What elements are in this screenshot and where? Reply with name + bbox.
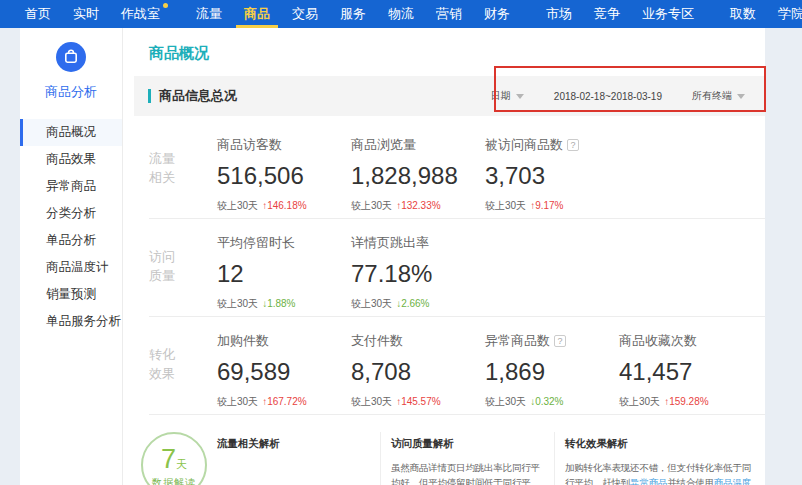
section-header: 商品信息总况 日期 2018-02-18~2018-03-19 所有终端 xyxy=(134,76,765,116)
nav-item-traffic[interactable]: 流量 xyxy=(185,0,233,28)
notification-dot xyxy=(163,3,168,8)
insight-title: 流量相关解析 xyxy=(217,437,370,451)
metric-value: 1,869 xyxy=(485,358,619,386)
metric-paid-items: 支付件数 8,708 较上30天↑145.57% xyxy=(351,332,485,409)
metric-visited-products: 被访问商品数? 3,703 较上30天↑9.17% xyxy=(485,136,619,213)
section-accent-bar xyxy=(148,89,151,103)
top-nav: 首页 实时 作战室 流量 商品 交易 服务 物流 营销 财务 市场 竞争 业务专… xyxy=(0,0,802,28)
metric-label: 支付件数 xyxy=(351,332,403,350)
chevron-down-icon xyxy=(737,94,745,99)
help-icon[interactable]: ? xyxy=(567,139,579,151)
nav-item-service[interactable]: 服务 xyxy=(329,0,377,28)
insight-text: 加购转化率表现还不错，但支付转化率低于同行平均，赶快到异常商品并结合使用商品温度… xyxy=(565,460,753,485)
nav-item-marketing[interactable]: 营销 xyxy=(425,0,473,28)
product-analytics-page: 首页 实时 作战室 流量 商品 交易 服务 物流 营销 财务 市场 竞争 业务专… xyxy=(0,0,802,485)
metric-label: 商品收藏次数 xyxy=(619,332,697,350)
help-icon[interactable]: ? xyxy=(554,335,566,347)
metrics-panel: 流量相关 商品访客数 516,506 较上30天↑146.18% 商品浏览量 1… xyxy=(149,121,765,415)
sidebar-menu: 商品概况 商品效果 异常商品 分类分析 单品分析 商品温度计 销量预测 单品服务… xyxy=(20,119,122,335)
nav-item-war-room-label: 作战室 xyxy=(121,6,160,21)
insight-title: 转化效果解析 xyxy=(565,437,753,451)
metric-value: 77.18% xyxy=(351,260,485,288)
sidebar-item-item-service-analysis[interactable]: 单品服务分析 xyxy=(20,308,122,335)
sidebar-item-product-thermometer[interactable]: 商品温度计 xyxy=(20,254,122,281)
metric-label: 平均停留时长 xyxy=(217,234,295,252)
sidebar-item-product-effect[interactable]: 商品效果 xyxy=(20,146,122,173)
date-range-value[interactable]: 2018-02-18~2018-03-19 xyxy=(554,91,662,102)
row-group-label: 访问质量 xyxy=(149,248,177,286)
metric-value: 69,589 xyxy=(217,358,351,386)
metric-detail-bounce-rate: 详情页跳出率 77.18% 较上30天↓2.66% xyxy=(351,234,485,311)
nav-item-academy[interactable]: 学院 xyxy=(767,0,802,28)
sidebar-item-item-analysis[interactable]: 单品分析 xyxy=(20,227,122,254)
metric-value: 516,506 xyxy=(217,162,351,190)
metric-label: 商品浏览量 xyxy=(351,136,416,154)
metric-delta: 较上30天↑167.72% xyxy=(217,395,351,409)
nav-item-business-zone[interactable]: 业务专区 xyxy=(631,0,705,28)
metric-value: 1,828,988 xyxy=(351,162,485,190)
metric-delta: 较上30天↑146.18% xyxy=(217,199,351,213)
metric-abnormal-products: 异常商品数? 1,869 较上30天↓0.32% xyxy=(485,332,619,409)
sidebar-item-sales-forecast[interactable]: 销量预测 xyxy=(20,281,122,308)
nav-item-product[interactable]: 商品 xyxy=(233,0,281,28)
insight-title: 访问质量解析 xyxy=(391,437,544,451)
insight-visit-quality: 访问质量解析 虽然商品详情页日均跳出率比同行平均好，但平均停留时间低于同行平均，… xyxy=(391,432,555,485)
nav-item-data-extract[interactable]: 取数 xyxy=(719,0,767,28)
page-title: 商品概况 xyxy=(149,44,765,63)
nav-item-war-room[interactable]: 作战室 xyxy=(110,0,171,28)
metric-value: 41,457 xyxy=(619,358,753,386)
chevron-down-icon xyxy=(516,94,524,99)
metric-delta: 较上30天↑145.57% xyxy=(351,395,485,409)
nav-item-logistics[interactable]: 物流 xyxy=(377,0,425,28)
metric-cart-adds: 加购件数 69,589 较上30天↑167.72% xyxy=(217,332,351,409)
row-group-label: 转化效果 xyxy=(149,346,177,384)
metric-product-visitors: 商品访客数 516,506 较上30天↑146.18% xyxy=(217,136,351,213)
sidebar-item-category-analysis[interactable]: 分类分析 xyxy=(20,200,122,227)
insights-section: 7天 数据解读 流量相关解析 访问质量解析 虽然商品详情页日均跳出率比同行平均好… xyxy=(123,415,765,485)
metric-value: 12 xyxy=(217,260,351,288)
metric-delta: 较上30天↑132.33% xyxy=(351,199,485,213)
metric-delta: 较上30天↑9.17% xyxy=(485,199,619,213)
sidebar-item-product-overview[interactable]: 商品概况 xyxy=(20,119,122,146)
product-analysis-icon xyxy=(56,58,86,75)
sidebar-item-abnormal-products[interactable]: 异常商品 xyxy=(20,173,122,200)
main-content: 商品概况 商品信息总况 日期 2018-02-18~2018-03-19 所有终… xyxy=(122,28,765,485)
nav-item-competition[interactable]: 竞争 xyxy=(583,0,631,28)
insight-traffic: 流量相关解析 xyxy=(217,432,381,485)
metric-product-pageviews: 商品浏览量 1,828,988 较上30天↑132.33% xyxy=(351,136,485,213)
metric-value: 3,703 xyxy=(485,162,619,190)
insight-conversion: 转化效果解析 加购转化率表现还不错，但支付转化率低于同行平均，赶快到异常商品并结… xyxy=(565,432,763,485)
metric-delta: 较上30天↓2.66% xyxy=(351,297,485,311)
row-group-label: 流量相关 xyxy=(149,150,177,188)
abnormal-products-link[interactable]: 异常商品 xyxy=(630,477,667,485)
section-title: 商品信息总况 xyxy=(159,87,237,105)
data-insight-badge: 7天 数据解读 xyxy=(141,432,207,485)
nav-item-realtime[interactable]: 实时 xyxy=(62,0,110,28)
metric-product-favorites: 商品收藏次数 41,457 较上30天↑159.28% xyxy=(619,332,753,409)
nav-item-home[interactable]: 首页 xyxy=(14,0,62,28)
insight-text: 虽然商品详情页日均跳出率比同行平均好，但平均停留时间低于同行平均，请关注页面排版… xyxy=(391,460,544,485)
metric-avg-stay-time: 平均停留时长 12 较上30天↓1.88% xyxy=(217,234,351,311)
metric-label: 被访问商品数 xyxy=(485,136,563,154)
metric-label: 加购件数 xyxy=(217,332,269,350)
metrics-row-traffic: 流量相关 商品访客数 516,506 较上30天↑146.18% 商品浏览量 1… xyxy=(149,121,765,219)
date-controls: 日期 2018-02-18~2018-03-19 所有终端 xyxy=(491,89,745,103)
sidebar: 商品分析 商品概况 商品效果 异常商品 分类分析 单品分析 商品温度计 销量预测… xyxy=(20,28,122,485)
terminal-dropdown[interactable]: 所有终端 xyxy=(692,89,745,103)
metric-label: 商品访客数 xyxy=(217,136,282,154)
nav-item-finance[interactable]: 财务 xyxy=(473,0,521,28)
nav-item-trade[interactable]: 交易 xyxy=(281,0,329,28)
metric-delta: 较上30天↓0.32% xyxy=(485,395,619,409)
metric-delta: 较上30天↑159.28% xyxy=(619,395,753,409)
metrics-row-visit-quality: 访问质量 平均停留时长 12 较上30天↓1.88% 详情页跳出率 77.18%… xyxy=(149,219,765,317)
metric-label: 详情页跳出率 xyxy=(351,234,429,252)
nav-item-market[interactable]: 市场 xyxy=(535,0,583,28)
metric-delta: 较上30天↓1.88% xyxy=(217,297,351,311)
sidebar-title: 商品分析 xyxy=(20,83,122,101)
date-type-dropdown[interactable]: 日期 xyxy=(491,89,524,103)
metric-value: 8,708 xyxy=(351,358,485,386)
metric-label: 异常商品数 xyxy=(485,332,550,350)
metrics-row-conversion: 转化效果 加购件数 69,589 较上30天↑167.72% 支付件数 8,70… xyxy=(149,317,765,415)
